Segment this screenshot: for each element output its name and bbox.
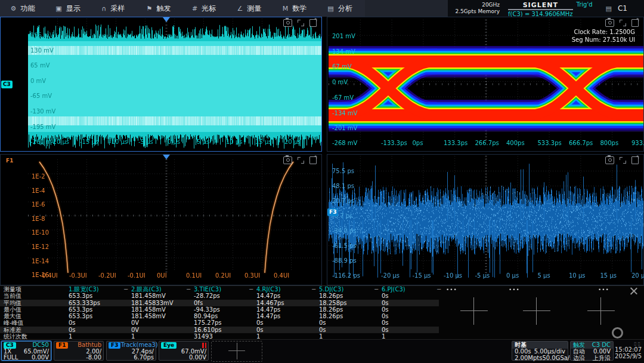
f1-source-badge[interactable]: F1 xyxy=(4,157,15,165)
more-measure-slot[interactable]: ••• xyxy=(509,287,520,293)
add-measurement-button[interactable] xyxy=(587,297,615,325)
menu-item-采样[interactable]: ∩采样 xyxy=(91,0,136,17)
measurement-value: 14.467ps xyxy=(256,300,284,306)
y-axis-label: 1E-6 xyxy=(32,201,45,208)
panel-icons xyxy=(283,19,317,27)
panel-eye-diagram[interactable]: Clock Rate: 1.2500G Seg Num: 27.510k UI … xyxy=(327,17,644,152)
column-header[interactable]: 5.DJ(C3) xyxy=(319,286,343,293)
trigger-flag-icon: ⚑ xyxy=(147,5,153,13)
panel-bathtub[interactable]: F1 1E-21E-41E-61E-81E-101E-121E-141E-16-… xyxy=(0,154,322,285)
x-axis-label: -133.3ps xyxy=(381,140,407,146)
table-header-row: 测量项1.眼宽(C3)−2.眼高(C3)−3.TIE(C3)−4.RJ(C3)−… xyxy=(0,286,644,293)
menu-item-显示[interactable]: ▣显示 xyxy=(45,0,91,17)
add-channel-slot[interactable] xyxy=(211,341,262,362)
clipboard-icon[interactable]: ▤ xyxy=(606,5,612,13)
collapse-measure-button[interactable]: − xyxy=(249,286,253,293)
camera-icon[interactable] xyxy=(605,156,614,164)
add-measurement-button[interactable] xyxy=(460,297,488,325)
collapse-measure-button[interactable]: − xyxy=(186,286,191,293)
corner-axis-label: -116.2 ps xyxy=(332,272,360,279)
measurement-value: 0s xyxy=(319,327,326,333)
channel-box-Eye[interactable]: Eye67.0mV/0.00V xyxy=(159,341,209,361)
measurement-value: 16.610ps xyxy=(194,327,222,333)
trigger-position-marker[interactable] xyxy=(163,155,170,159)
clock-block: ▯▯ 15:02:07 2025/9/5 xyxy=(615,341,642,359)
menu-item-光标[interactable]: #光标 xyxy=(181,0,227,17)
menu-bar: ⚙功能▣显示∩采样⚑触发#光标∠测量M数学▤分析 20GHz 2.5Gpts M… xyxy=(0,0,644,17)
expand-icon[interactable] xyxy=(298,20,304,26)
expand-icon[interactable] xyxy=(620,157,626,164)
row-header: 峰-峰值 xyxy=(4,319,24,326)
trigger-level: 0.00V xyxy=(593,349,611,355)
menu-item-数学[interactable]: M数学 xyxy=(272,0,317,17)
channel-attr: FULL xyxy=(4,355,18,361)
x-axis-label: 0.3UI xyxy=(244,272,260,279)
detach-icon[interactable] xyxy=(631,19,639,27)
y-axis-label: -34.0 ps xyxy=(332,227,357,234)
menu-strip: ⚙功能▣显示∩采样⚑触发#光标∠测量M数学▤分析 xyxy=(0,0,365,17)
channel-box-F1[interactable]: F1Bathtub2.00/-8.00 xyxy=(54,341,104,361)
f3-source-badge[interactable]: F3 xyxy=(327,208,338,216)
hdelay-value: 0.00s xyxy=(515,349,531,355)
column-header[interactable]: 2.眼高(C3) xyxy=(131,286,162,293)
collapse-measure-button[interactable]: − xyxy=(311,286,316,293)
column-header[interactable]: 6.PJ(C3) xyxy=(382,286,405,293)
collapse-measure-button[interactable]: − xyxy=(374,286,379,293)
menu-item-分析[interactable]: ▤分析 xyxy=(317,0,363,17)
camera-icon[interactable] xyxy=(605,19,614,27)
add-measurement-button[interactable] xyxy=(523,297,550,325)
channel-indicator[interactable]: C1 xyxy=(618,4,627,13)
drag-handle-icon[interactable] xyxy=(612,327,623,339)
expand-icon[interactable] xyxy=(298,157,304,164)
column-header[interactable]: 1.眼宽(C3) xyxy=(69,286,99,293)
more-measure-slot[interactable]: ••• xyxy=(446,287,457,293)
trigger-status: Trig'd xyxy=(577,1,593,8)
sample-rate: 50.0GSa/s xyxy=(542,355,572,362)
measurement-value: 80.94ps xyxy=(194,313,218,319)
detach-icon[interactable] xyxy=(309,19,317,27)
menu-item-功能[interactable]: ⚙功能 xyxy=(0,0,45,17)
c3-source-badge[interactable]: C3 xyxy=(1,81,13,88)
menu-item-测量[interactable]: ∠测量 xyxy=(227,0,272,17)
camera-icon[interactable] xyxy=(283,156,292,164)
panel-tie-track[interactable]: F3 75.5 ps48.1 ps20.7 ps-6.7 ps-34.0 ps-… xyxy=(327,154,644,285)
measurement-value: 0fs xyxy=(194,300,203,306)
more-measure-slot[interactable]: ••• xyxy=(598,287,609,293)
bandwidth-memory: 20GHz 2.5Gpts Memory xyxy=(455,2,500,15)
x-axis-label: -0.3UI xyxy=(69,272,87,279)
trigger-position-marker[interactable] xyxy=(163,17,170,22)
measurement-value: 0s xyxy=(69,327,76,333)
x-axis-label: -15 µs xyxy=(80,139,98,145)
channel-coupling-tag: DC50 xyxy=(33,342,49,349)
timebase-scale: 5.00µs/div xyxy=(534,349,565,355)
collapse-measure-button[interactable]: − xyxy=(123,286,128,293)
y-axis-label: 1E-14 xyxy=(32,258,49,264)
measurement-value: -94.33ps xyxy=(194,306,220,313)
channel-box-C3[interactable]: C3DC501X65.0mV/FULL0.00V xyxy=(1,341,51,361)
trigger-slope: 上升沿 xyxy=(593,355,611,362)
column-header[interactable]: 3.TIE(C3) xyxy=(194,286,221,293)
trigger-box[interactable]: 触发C3 DC 自动0.00V 边沿上升沿 xyxy=(570,341,614,361)
column-header[interactable]: 4.RJ(C3) xyxy=(256,286,281,293)
expand-icon[interactable] xyxy=(620,20,626,26)
x-axis-label: 0.1UI xyxy=(186,272,202,279)
y-axis-label: 201 mV xyxy=(332,33,355,39)
channel-scale: 0.00V xyxy=(32,355,49,361)
panel-c3-waveform[interactable]: C3 195 mV130 mV65 mV0 mV-65 mV-130 mV-19… xyxy=(0,17,322,152)
detach-icon[interactable] xyxy=(309,156,317,164)
y-axis-label: 20.7 ps xyxy=(332,198,354,204)
panel-icons xyxy=(605,19,639,27)
timebase-box[interactable]: 时基 0.00s5.00µs/div 2.00Mpts50.0GSa/s xyxy=(512,341,568,361)
close-table-icon[interactable] xyxy=(630,287,638,295)
collapse-measure-button[interactable]: − xyxy=(436,286,441,293)
x-axis-label: 133.3ps xyxy=(444,140,467,146)
camera-icon[interactable] xyxy=(283,19,292,27)
menu-item-触发[interactable]: ⚑触发 xyxy=(136,0,181,17)
y-axis-label: 1E-2 xyxy=(32,173,45,180)
x-axis-label: 0.4UI xyxy=(274,272,289,279)
row-header: 当前值 xyxy=(4,293,21,299)
measurement-value: 0s xyxy=(319,319,326,326)
channel-box-F3[interactable]: F3Track(mea3)27.4ps/6.70ps xyxy=(106,341,156,361)
measurement-value: 653.3ps xyxy=(69,306,92,313)
detach-icon[interactable] xyxy=(631,156,639,164)
